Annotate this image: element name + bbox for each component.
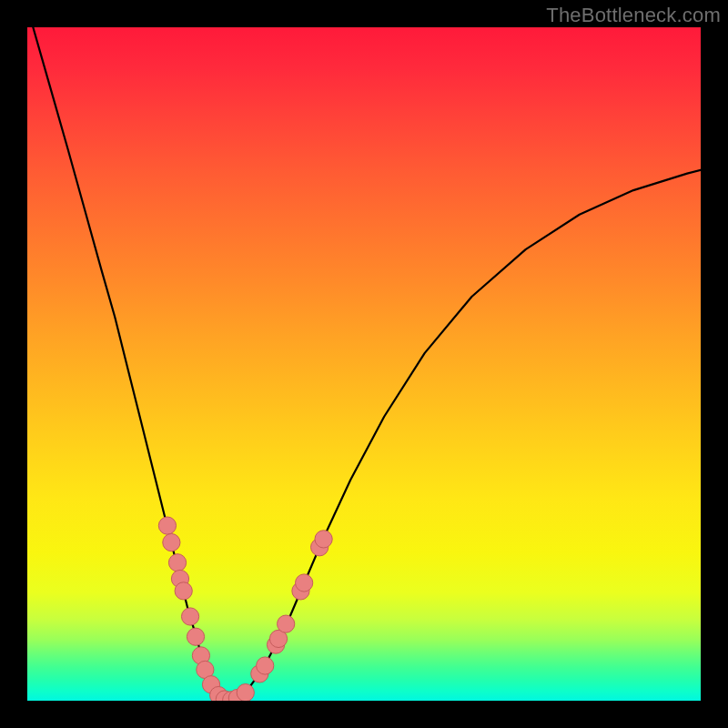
curve-marker [296, 574, 313, 592]
curve-markers [158, 517, 332, 701]
curve-marker [315, 531, 332, 548]
chart-frame: TheBottleneck.com [0, 0, 728, 728]
watermark-text: TheBottleneck.com [546, 4, 721, 27]
curve-marker [163, 533, 180, 551]
curve-marker [237, 684, 254, 702]
plot-area [27, 27, 701, 701]
curve-marker [181, 608, 198, 625]
bottleneck-curve [27, 27, 701, 701]
curve-marker [278, 615, 295, 632]
curve-marker [168, 554, 186, 571]
curve-marker [187, 628, 204, 645]
curve-marker [257, 657, 274, 674]
curve-marker [175, 582, 192, 600]
chart-overlay [27, 27, 701, 701]
curve-marker [158, 517, 176, 534]
